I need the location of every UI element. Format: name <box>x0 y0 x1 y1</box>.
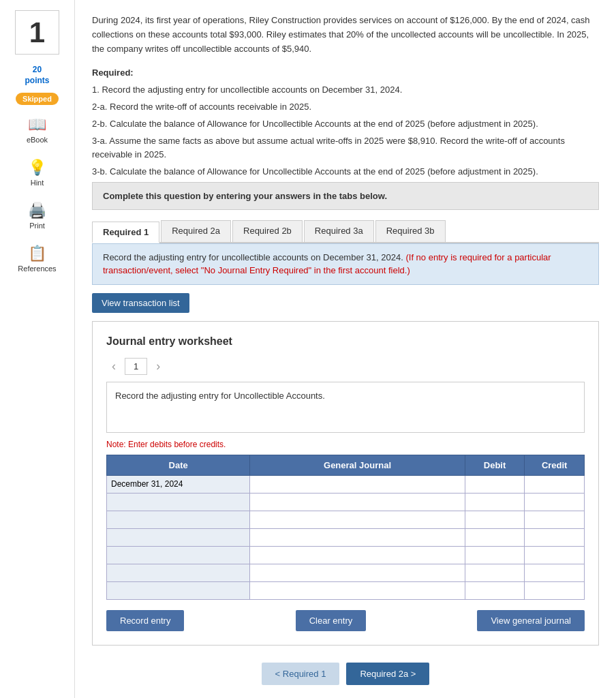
hint-label: Hint <box>31 179 44 187</box>
date-input-1[interactable] <box>107 494 249 511</box>
instruction-main: Record the adjusting entry for uncollect… <box>103 252 403 262</box>
journal-input-4[interactable] <box>250 547 464 564</box>
references-icon: 📋 <box>28 245 46 262</box>
instruction-area: Record the adjusting entry for uncollect… <box>92 243 599 285</box>
journal-worksheet: Journal entry worksheet ‹ 1 › Record the… <box>92 321 599 646</box>
table-row <box>107 564 585 581</box>
print-label: Print <box>29 222 45 230</box>
table-row <box>107 581 585 599</box>
skipped-badge: Skipped <box>16 93 59 105</box>
record-entry-button[interactable]: Record entry <box>106 610 184 631</box>
credit-input-4[interactable] <box>525 547 584 564</box>
sidebar: 1 20 points Skipped 📖 eBook 💡 Hint 🖨️ Pr… <box>0 0 75 698</box>
required-item-1: 1. Record the adjusting entry for uncoll… <box>92 83 599 97</box>
debit-input-1[interactable] <box>465 494 525 511</box>
debit-input-0[interactable] <box>465 476 525 493</box>
sidebar-item-print[interactable]: 🖨️ Print <box>14 198 61 234</box>
main-content: During 2024, its first year of operation… <box>75 0 616 698</box>
journal-input-3[interactable] <box>250 529 464 546</box>
complete-banner: Complete this question by entering your … <box>92 182 599 210</box>
view-general-journal-button[interactable]: View general journal <box>477 610 585 631</box>
table-row <box>107 546 585 564</box>
references-label: References <box>18 264 56 273</box>
date-input-0[interactable] <box>107 476 249 493</box>
nav-page-box: 1 <box>125 358 147 375</box>
bottom-navigation: < Required 1 Required 2a > <box>92 663 599 698</box>
nav-prev-arrow[interactable]: ‹ <box>106 358 121 375</box>
tab-required-1[interactable]: Required 1 <box>92 222 159 243</box>
tabs-row: Required 1 Required 2a Required 2b Requi… <box>92 220 599 243</box>
tab-required-3b[interactable]: Required 3b <box>375 220 446 242</box>
table-row <box>107 528 585 546</box>
date-input-6[interactable] <box>107 582 249 599</box>
date-input-2[interactable] <box>107 511 249 528</box>
journal-input-1[interactable] <box>250 494 464 511</box>
debit-input-2[interactable] <box>465 511 525 528</box>
col-header-debit: Debit <box>465 455 525 475</box>
required-item-2b: 2-b. Calculate the balance of Allowance … <box>92 117 599 132</box>
view-transaction-button[interactable]: View transaction list <box>92 293 189 313</box>
col-header-journal: General Journal <box>250 455 465 475</box>
journal-input-0[interactable] <box>250 476 464 493</box>
credit-input-0[interactable] <box>525 476 584 493</box>
table-row <box>107 493 585 511</box>
debit-input-4[interactable] <box>465 547 525 564</box>
sidebar-item-ebook[interactable]: 📖 eBook <box>14 112 61 148</box>
tab-required-2a[interactable]: Required 2a <box>161 220 231 242</box>
required-item-2a: 2-a. Record the write-off of accounts re… <box>92 100 599 115</box>
credit-input-5[interactable] <box>525 564 584 581</box>
points-label: 20 points <box>25 65 50 86</box>
nav-prev-button[interactable]: < Required 1 <box>262 663 340 685</box>
credit-input-6[interactable] <box>525 582 584 599</box>
nav-next-button[interactable]: Required 2a > <box>346 663 429 685</box>
tab-required-3a[interactable]: Required 3a <box>304 220 374 242</box>
table-row <box>107 511 585 528</box>
journal-input-5[interactable] <box>250 564 464 581</box>
sidebar-item-hint[interactable]: 💡 Hint <box>14 155 61 191</box>
sidebar-item-references[interactable]: 📋 References <box>14 241 61 277</box>
date-input-3[interactable] <box>107 529 249 546</box>
ebook-icon: 📖 <box>28 116 46 134</box>
entry-description: Record the adjusting entry for Uncollect… <box>106 382 585 433</box>
debit-input-6[interactable] <box>465 582 525 599</box>
credit-input-3[interactable] <box>525 529 584 546</box>
clear-entry-button[interactable]: Clear entry <box>296 610 367 631</box>
journal-worksheet-title: Journal entry worksheet <box>106 335 585 348</box>
journal-table: Date General Journal Debit Credit <box>106 455 585 600</box>
question-number: 1 <box>15 10 59 55</box>
col-header-credit: Credit <box>525 455 585 475</box>
debit-input-5[interactable] <box>465 564 525 581</box>
debit-input-3[interactable] <box>465 529 525 546</box>
worksheet-navigator: ‹ 1 › <box>106 358 585 375</box>
ebook-label: eBook <box>27 136 48 144</box>
required-item-3b: 3-b. Calculate the balance of Allowance … <box>92 165 599 179</box>
required-item-3a: 3-a. Assume the same facts as above but … <box>92 134 599 163</box>
journal-input-6[interactable] <box>250 582 464 599</box>
problem-text: During 2024, its first year of operation… <box>92 14 599 56</box>
action-buttons: Record entry Clear entry View general jo… <box>106 610 585 631</box>
tab-required-2b[interactable]: Required 2b <box>232 220 303 242</box>
print-icon: 🖨️ <box>28 202 46 219</box>
credit-input-1[interactable] <box>525 494 584 511</box>
journal-input-2[interactable] <box>250 511 464 528</box>
required-section: Required: 1. Record the adjusting entry … <box>92 66 599 179</box>
hint-icon: 💡 <box>28 159 46 177</box>
date-input-5[interactable] <box>107 564 249 581</box>
nav-next-arrow[interactable]: › <box>151 358 166 375</box>
date-input-4[interactable] <box>107 547 249 564</box>
credit-input-2[interactable] <box>525 511 584 528</box>
table-row <box>107 475 585 493</box>
entry-note: Note: Enter debits before credits. <box>106 440 585 449</box>
col-header-date: Date <box>107 455 250 475</box>
